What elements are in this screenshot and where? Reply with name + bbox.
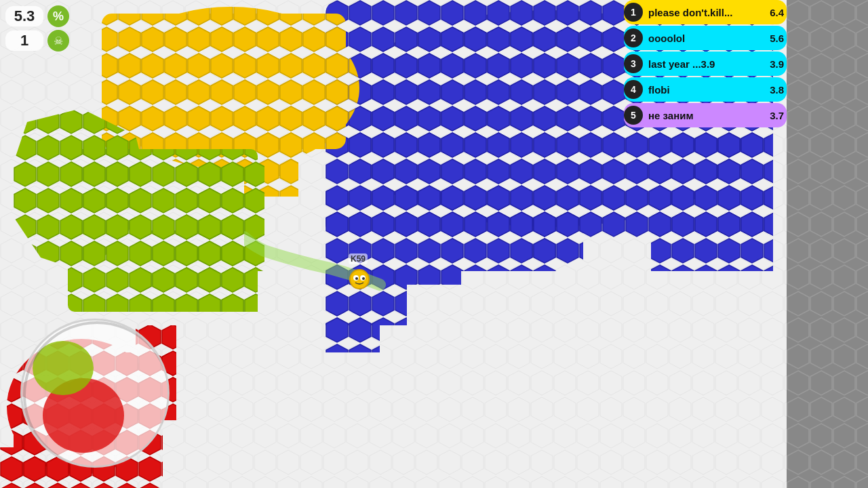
svg-point-31 [362,277,365,280]
svg-point-27 [350,270,369,289]
svg-rect-10 [651,136,773,271]
leaderboard-row-5: 5 не заним 3.7 [624,103,787,127]
percentage-stat: 5.3 % [5,5,69,27]
lb-rank-5: 5 [624,106,643,125]
leaderboard: 1 please don't.kill... 6.4 2 oooolol 5.6… [624,0,787,129]
svg-rect-9 [326,312,380,352]
lb-score-5: 3.7 [766,110,787,121]
right-sidebar [787,0,868,488]
svg-rect-36 [787,0,868,488]
minimap [20,319,170,468]
svg-point-30 [355,277,358,280]
lb-score-1: 6.4 [766,7,787,18]
lb-score-3: 3.9 [766,58,787,70]
lb-score-2: 5.6 [766,33,787,44]
lb-rank-1: 1 [624,3,643,22]
player-character: K59 [346,264,373,294]
percentage-value: 5.3 [5,6,43,26]
lb-name-1: please don't.kill... [646,7,766,18]
lb-rank-2: 2 [624,28,643,47]
lb-name-2: oooolol [646,33,766,44]
lb-name-5: не заним [646,110,766,121]
sidebar-hex-grid [787,0,868,488]
leaderboard-row-1: 1 please don't.kill... 6.4 [624,0,787,24]
lb-name-3: last year ...3.9 [646,58,766,70]
lb-rank-3: 3 [624,54,643,73]
hud-topleft: 5.3 % 1 ☠ [5,5,69,52]
player-score: K59 [349,253,368,264]
leaderboard-row-2: 2 oooolol 5.6 [624,26,787,50]
kills-stat: 1 ☠ [5,30,69,52]
lb-rank-4: 4 [624,80,643,99]
kills-value: 1 [5,30,43,51]
leaderboard-row-3: 3 last year ...3.9 3.9 [624,52,787,76]
leaderboard-row-4: 4 flobi 3.8 [624,77,787,102]
percentage-icon: % [47,5,69,27]
svg-rect-7 [529,210,583,264]
lb-name-4: flobi [646,84,766,96]
lb-score-4: 3.8 [766,84,787,96]
skull-icon: ☠ [47,30,69,52]
